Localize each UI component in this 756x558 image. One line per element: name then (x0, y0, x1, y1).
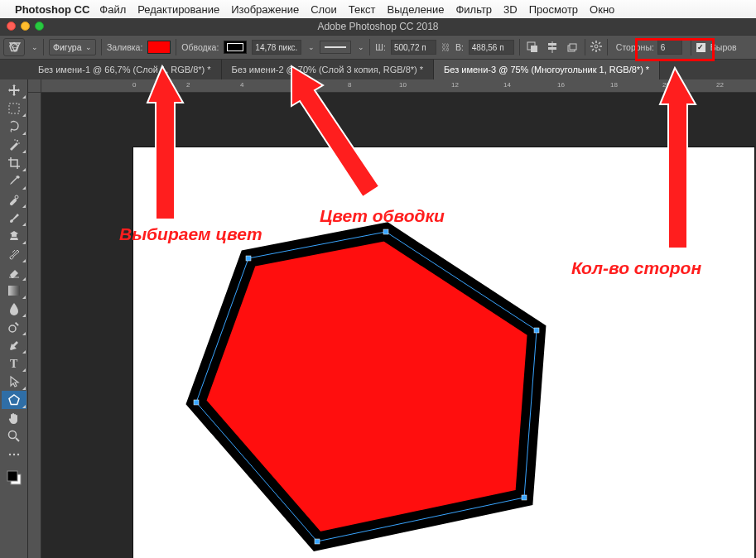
tool-mode-label: Фигура (53, 42, 82, 52)
sides-label: Стороны: (616, 42, 654, 52)
sides-field[interactable]: 6 (657, 40, 682, 55)
menu-select[interactable]: Выделение (388, 3, 445, 16)
sides-value: 6 (661, 43, 666, 52)
svg-line-17 (599, 49, 600, 51)
document-tab[interactable]: Без имени-1 @ 66,7% (Слой 1, RGB/8*) * (28, 60, 222, 79)
menu-3d[interactable]: 3D (503, 3, 518, 16)
path-arrangement-icon[interactable] (565, 40, 580, 55)
dropdown-arrow-icon: ⌄ (84, 43, 93, 51)
hand-tool-icon[interactable] (2, 409, 26, 427)
document-tab-active[interactable]: Без имени-3 @ 75% (Многоугольник 1, RGB/… (434, 60, 660, 79)
svg-marker-30 (9, 395, 19, 405)
close-window-icon[interactable] (7, 22, 16, 31)
stroke-label: Обводка: (181, 42, 219, 52)
menu-window[interactable]: Окно (590, 3, 614, 16)
svg-point-34 (12, 454, 14, 455)
svg-point-35 (17, 454, 18, 455)
menu-view[interactable]: Просмотр (529, 3, 578, 16)
menubar-app-name[interactable]: Photoshop CC (15, 3, 89, 16)
tool-preset-picker[interactable] (3, 38, 25, 56)
align-edges-checkbox[interactable]: ✓ (696, 43, 705, 52)
lasso-tool-icon[interactable] (2, 118, 26, 136)
menu-image[interactable]: Изображение (231, 3, 299, 16)
type-tool-icon[interactable]: T (2, 354, 26, 373)
magic-wand-tool-icon[interactable] (2, 136, 26, 154)
traffic-lights (7, 22, 44, 31)
menu-edit[interactable]: Редактирование (137, 3, 219, 16)
blur-tool-icon[interactable] (2, 300, 26, 318)
svg-text:T: T (10, 358, 18, 369)
svg-point-11 (595, 45, 598, 48)
options-bar: ⌄ Фигура ⌄ Заливка: Обводка: 14,78 пикс.… (0, 35, 756, 60)
tab-label: Без имени-1 @ 66,7% (Слой 1, RGB/8*) * (38, 65, 211, 75)
dropdown-arrow-icon[interactable]: ⌄ (358, 43, 364, 51)
menu-text[interactable]: Текст (349, 3, 376, 16)
tab-label: Без имени-3 @ 75% (Многоугольник 1, RGB/… (444, 65, 649, 75)
width-field[interactable]: 500,72 п (391, 40, 436, 55)
svg-rect-24 (9, 198, 17, 206)
height-label: В: (455, 42, 464, 52)
clone-stamp-tool-icon[interactable] (2, 227, 26, 245)
path-alignment-icon[interactable] (545, 40, 560, 55)
move-tool-icon[interactable] (2, 81, 26, 99)
svg-point-31 (8, 431, 16, 439)
polygon-tool-icon[interactable] (2, 391, 26, 409)
brush-tool-icon[interactable] (2, 209, 26, 227)
marquee-tool-icon[interactable] (2, 99, 26, 118)
document-tabs: Без имени-1 @ 66,7% (Слой 1, RGB/8*) * Б… (0, 60, 756, 79)
toolbox-more-icon[interactable] (2, 445, 26, 464)
zoom-window-icon[interactable] (35, 22, 44, 31)
path-selection-tool-icon[interactable] (2, 373, 26, 391)
crop-tool-icon[interactable] (2, 154, 26, 172)
svg-point-25 (15, 195, 18, 199)
sides-group: Стороны: 6 (613, 39, 686, 55)
svg-rect-5 (531, 46, 537, 52)
svg-line-32 (16, 438, 19, 441)
svg-point-23 (14, 139, 16, 141)
healing-brush-tool-icon[interactable] (2, 190, 26, 209)
svg-point-21 (17, 140, 18, 142)
color-swatches-icon[interactable] (2, 469, 26, 487)
svg-point-33 (8, 454, 10, 455)
stroke-style-picker[interactable] (320, 41, 351, 54)
svg-point-22 (18, 142, 20, 144)
svg-line-18 (599, 42, 600, 44)
width-label: Ш: (375, 42, 386, 52)
zoom-tool-icon[interactable] (2, 427, 26, 445)
svg-point-27 (9, 325, 16, 332)
vertical-ruler (28, 93, 41, 558)
tab-label: Без имени-2 @ 70% (Слой 3 копия, RGB/8*)… (232, 65, 424, 75)
height-field[interactable]: 488,56 п (469, 40, 514, 55)
ruler-corner (28, 79, 41, 93)
minimize-window-icon[interactable] (21, 22, 30, 31)
align-edges-label: Выров (710, 42, 737, 52)
history-brush-tool-icon[interactable] (2, 245, 26, 263)
svg-rect-26 (8, 286, 20, 296)
pen-tool-icon[interactable] (2, 336, 26, 354)
menu-layers[interactable]: Слои (311, 3, 337, 16)
document-tab[interactable]: Без имени-2 @ 70% (Слой 3 копия, RGB/8*)… (222, 60, 435, 79)
fill-color-swatch[interactable] (147, 41, 171, 54)
menu-filter[interactable]: Фильтр (455, 3, 492, 16)
gradient-tool-icon[interactable] (2, 281, 26, 300)
stroke-width-field[interactable]: 14,78 пикс. (252, 40, 301, 55)
menu-file[interactable]: Файл (99, 3, 126, 16)
dodge-tool-icon[interactable] (2, 318, 26, 336)
dropdown-arrow-icon[interactable]: ⌄ (308, 43, 315, 51)
link-dimensions-icon[interactable]: ⛓ (441, 42, 450, 52)
tool-mode-select[interactable]: Фигура ⌄ (49, 39, 96, 55)
height-value: 488,56 п (472, 43, 504, 52)
svg-line-19 (592, 49, 594, 51)
gear-icon[interactable] (590, 41, 602, 54)
svg-marker-2 (10, 43, 18, 51)
dropdown-arrow-icon[interactable]: ⌄ (31, 43, 38, 51)
svg-line-16 (592, 42, 594, 44)
horizontal-ruler: 0 2 4 6 8 10 12 14 16 18 20 22 (41, 79, 756, 93)
stroke-color-swatch[interactable] (224, 41, 247, 54)
width-value: 500,72 п (394, 43, 426, 52)
path-operations-icon[interactable] (525, 40, 540, 55)
svg-rect-37 (7, 471, 17, 481)
eraser-tool-icon[interactable] (2, 263, 26, 281)
svg-rect-28 (14, 322, 18, 326)
eyedropper-tool-icon[interactable] (2, 172, 26, 190)
